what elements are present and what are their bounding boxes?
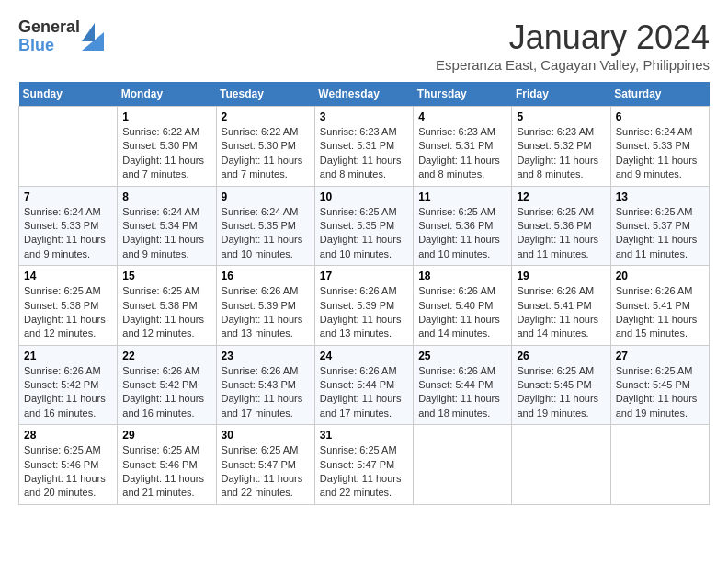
location-subtitle: Esperanza East, Cagayan Valley, Philippi… [436,57,710,73]
day-number: 24 [320,350,408,362]
month-title: January 2024 [436,18,710,57]
day-number: 19 [517,270,605,282]
calendar-cell: 20Sunrise: 6:26 AM Sunset: 5:41 PM Dayli… [610,266,709,346]
day-info: Sunrise: 6:25 AM Sunset: 5:35 PM Dayligh… [320,205,408,262]
column-header-saturday: Saturday [610,82,709,107]
day-number: 1 [122,110,210,123]
calendar-cell: 2Sunrise: 6:22 AM Sunset: 5:30 PM Daylig… [216,107,314,187]
week-row-3: 14Sunrise: 6:25 AM Sunset: 5:38 PM Dayli… [19,266,710,346]
calendar-cell: 27Sunrise: 6:25 AM Sunset: 5:45 PM Dayli… [610,345,709,425]
week-row-5: 28Sunrise: 6:25 AM Sunset: 5:46 PM Dayli… [19,425,710,505]
column-header-wednesday: Wednesday [314,82,413,107]
column-header-friday: Friday [512,82,610,107]
day-info: Sunrise: 6:26 AM Sunset: 5:44 PM Dayligh… [418,364,506,421]
day-number: 3 [320,110,408,123]
day-number: 30 [222,429,310,442]
day-info: Sunrise: 6:24 AM Sunset: 5:33 PM Dayligh… [616,125,704,182]
calendar-cell: 3Sunrise: 6:23 AM Sunset: 5:31 PM Daylig… [314,107,413,187]
day-number: 28 [24,429,112,442]
day-number: 10 [320,190,408,203]
day-number: 9 [222,190,310,203]
calendar-cell: 8Sunrise: 6:24 AM Sunset: 5:34 PM Daylig… [118,186,216,266]
day-number: 20 [616,270,704,282]
day-number: 21 [24,350,112,362]
calendar-cell: 18Sunrise: 6:26 AM Sunset: 5:40 PM Dayli… [414,266,512,346]
day-number: 22 [122,350,210,362]
logo-icon [82,23,104,51]
day-info: Sunrise: 6:26 AM Sunset: 5:42 PM Dayligh… [24,364,112,421]
day-info: Sunrise: 6:25 AM Sunset: 5:46 PM Dayligh… [122,443,210,500]
week-row-2: 7Sunrise: 6:24 AM Sunset: 5:33 PM Daylig… [19,186,710,266]
calendar-cell: 29Sunrise: 6:25 AM Sunset: 5:46 PM Dayli… [118,425,216,505]
day-number: 13 [616,190,704,203]
calendar-cell [414,425,512,505]
column-header-thursday: Thursday [414,82,512,107]
day-info: Sunrise: 6:26 AM Sunset: 5:44 PM Dayligh… [320,364,408,421]
day-info: Sunrise: 6:24 AM Sunset: 5:35 PM Dayligh… [222,205,310,262]
column-header-tuesday: Tuesday [216,82,314,107]
day-info: Sunrise: 6:23 AM Sunset: 5:31 PM Dayligh… [320,125,408,182]
day-info: Sunrise: 6:22 AM Sunset: 5:30 PM Dayligh… [122,125,210,182]
day-number: 11 [418,190,506,203]
day-number: 8 [122,190,210,203]
day-number: 2 [222,110,310,123]
day-info: Sunrise: 6:26 AM Sunset: 5:39 PM Dayligh… [320,284,408,341]
calendar-cell: 5Sunrise: 6:23 AM Sunset: 5:32 PM Daylig… [512,107,610,187]
day-number: 27 [616,350,704,362]
calendar-cell [512,425,610,505]
day-number: 31 [320,429,408,442]
day-number: 15 [122,270,210,282]
day-number: 29 [122,429,210,442]
day-info: Sunrise: 6:26 AM Sunset: 5:41 PM Dayligh… [616,284,704,341]
title-section: January 2024 Esperanza East, Cagayan Val… [436,18,710,73]
calendar-cell: 10Sunrise: 6:25 AM Sunset: 5:35 PM Dayli… [314,186,413,266]
calendar-cell: 26Sunrise: 6:25 AM Sunset: 5:45 PM Dayli… [512,345,610,425]
day-info: Sunrise: 6:24 AM Sunset: 5:34 PM Dayligh… [122,205,210,262]
day-number: 25 [418,350,506,362]
calendar-cell: 28Sunrise: 6:25 AM Sunset: 5:46 PM Dayli… [19,425,118,505]
week-row-4: 21Sunrise: 6:26 AM Sunset: 5:42 PM Dayli… [19,345,710,425]
column-header-sunday: Sunday [19,82,118,107]
day-number: 17 [320,270,408,282]
day-info: Sunrise: 6:25 AM Sunset: 5:36 PM Dayligh… [418,205,506,262]
day-info: Sunrise: 6:26 AM Sunset: 5:40 PM Dayligh… [418,284,506,341]
calendar-cell: 31Sunrise: 6:25 AM Sunset: 5:47 PM Dayli… [314,425,413,505]
day-info: Sunrise: 6:22 AM Sunset: 5:30 PM Dayligh… [222,125,310,182]
day-number: 14 [24,270,112,282]
calendar-cell: 17Sunrise: 6:26 AM Sunset: 5:39 PM Dayli… [314,266,413,346]
day-info: Sunrise: 6:25 AM Sunset: 5:46 PM Dayligh… [24,443,112,500]
calendar-cell: 21Sunrise: 6:26 AM Sunset: 5:42 PM Dayli… [19,345,118,425]
calendar-cell: 9Sunrise: 6:24 AM Sunset: 5:35 PM Daylig… [216,186,314,266]
day-info: Sunrise: 6:25 AM Sunset: 5:47 PM Dayligh… [320,443,408,500]
day-info: Sunrise: 6:26 AM Sunset: 5:41 PM Dayligh… [517,284,605,341]
day-info: Sunrise: 6:24 AM Sunset: 5:33 PM Dayligh… [24,205,112,262]
calendar-table: SundayMondayTuesdayWednesdayThursdayFrid… [18,82,710,505]
calendar-cell: 19Sunrise: 6:26 AM Sunset: 5:41 PM Dayli… [512,266,610,346]
svg-marker-1 [82,23,95,41]
calendar-cell: 15Sunrise: 6:25 AM Sunset: 5:38 PM Dayli… [118,266,216,346]
calendar-cell: 22Sunrise: 6:26 AM Sunset: 5:42 PM Dayli… [118,345,216,425]
day-number: 26 [517,350,605,362]
logo: General Blue [18,18,104,55]
calendar-cell: 7Sunrise: 6:24 AM Sunset: 5:33 PM Daylig… [19,186,118,266]
calendar-cell: 13Sunrise: 6:25 AM Sunset: 5:37 PM Dayli… [610,186,709,266]
calendar-cell: 23Sunrise: 6:26 AM Sunset: 5:43 PM Dayli… [216,345,314,425]
logo-blue-text: Blue [18,37,80,55]
day-info: Sunrise: 6:25 AM Sunset: 5:45 PM Dayligh… [517,364,605,421]
day-number: 4 [418,110,506,123]
day-number: 6 [616,110,704,123]
day-info: Sunrise: 6:23 AM Sunset: 5:32 PM Dayligh… [517,125,605,182]
calendar-cell: 6Sunrise: 6:24 AM Sunset: 5:33 PM Daylig… [610,107,709,187]
column-header-monday: Monday [118,82,216,107]
day-number: 5 [517,110,605,123]
day-number: 12 [517,190,605,203]
day-info: Sunrise: 6:26 AM Sunset: 5:42 PM Dayligh… [122,364,210,421]
page-header: General Blue January 2024 Esperanza East… [18,18,710,73]
day-info: Sunrise: 6:25 AM Sunset: 5:38 PM Dayligh… [24,284,112,341]
day-info: Sunrise: 6:26 AM Sunset: 5:39 PM Dayligh… [222,284,310,341]
day-number: 7 [24,190,112,203]
calendar-cell [19,107,118,187]
day-info: Sunrise: 6:25 AM Sunset: 5:36 PM Dayligh… [517,205,605,262]
day-number: 18 [418,270,506,282]
calendar-cell: 14Sunrise: 6:25 AM Sunset: 5:38 PM Dayli… [19,266,118,346]
